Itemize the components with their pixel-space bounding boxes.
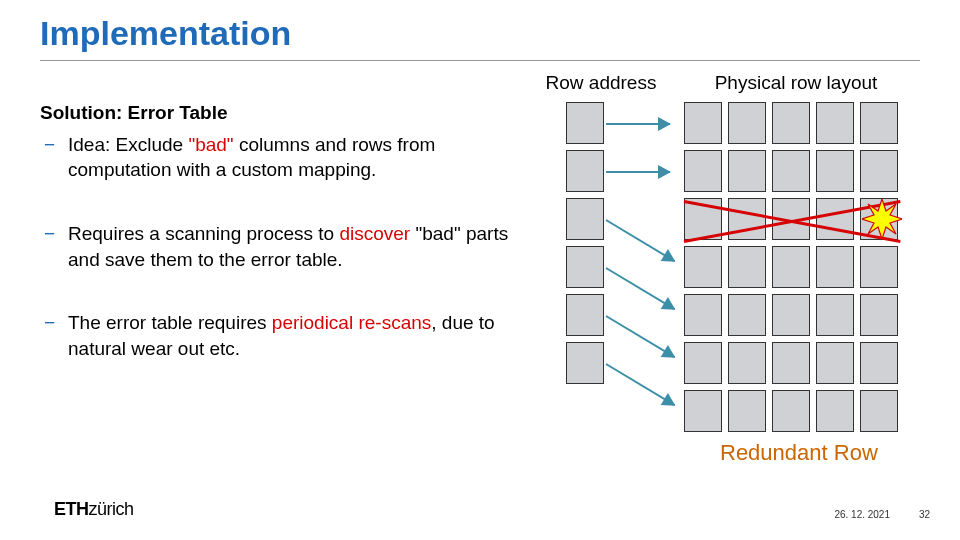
figure-grids [536, 102, 946, 432]
layout-cell [684, 150, 722, 192]
layout-cell [772, 102, 810, 144]
layout-cell [772, 150, 810, 192]
addr-cell [566, 246, 604, 288]
burst-icon [862, 199, 902, 239]
layout-cell [816, 390, 854, 432]
layout-cell [728, 102, 766, 144]
figure: Row address Physical row layout [536, 72, 946, 432]
layout-cell [772, 342, 810, 384]
addr-cell [566, 342, 604, 384]
layout-cell [684, 390, 722, 432]
layout-cell [684, 294, 722, 336]
addr-cell [566, 102, 604, 144]
bullet-2: Requires a scanning process to discover … [40, 221, 510, 272]
mapping-arrow [605, 315, 675, 358]
layout-cell [860, 246, 898, 288]
bullet-1-highlight: "bad" [188, 134, 233, 155]
mapping-arrow [606, 171, 670, 173]
bullet-3: The error table requires periodical re-s… [40, 310, 510, 361]
body-text: Solution: Error Table Idea: Exclude "bad… [40, 100, 510, 399]
layout-cell [860, 102, 898, 144]
layout-cell [860, 150, 898, 192]
section-heading: Solution: Error Table [40, 100, 510, 126]
label-physical-layout: Physical row layout [666, 72, 926, 94]
layout-cell [816, 150, 854, 192]
layout-cell [816, 102, 854, 144]
slide: Implementation Solution: Error Table Ide… [0, 0, 960, 540]
mapping-arrow [605, 363, 675, 406]
layout-cell [860, 390, 898, 432]
footer-page-number: 32 [919, 509, 930, 520]
eth-logo: ETHzürich [54, 499, 134, 520]
layout-cell [728, 390, 766, 432]
bullet-1: Idea: Exclude "bad" columns and rows fro… [40, 132, 510, 183]
layout-cell [816, 198, 854, 240]
footer-date: 26. 12. 2021 [834, 509, 890, 520]
layout-cell [728, 294, 766, 336]
layout-cell [728, 246, 766, 288]
layout-cell [860, 294, 898, 336]
physical-layout-grid [684, 102, 898, 432]
mapping-arrow [606, 123, 670, 125]
label-row-address: Row address [536, 72, 666, 94]
mapping-arrow [605, 267, 675, 310]
addr-cell [566, 294, 604, 336]
title-divider [40, 60, 920, 61]
redundant-row-label: Redundant Row [720, 440, 878, 466]
svg-marker-0 [862, 199, 902, 239]
layout-cell [728, 150, 766, 192]
row-address-column [566, 102, 604, 432]
layout-cell [772, 390, 810, 432]
layout-cell [684, 342, 722, 384]
layout-cell [684, 102, 722, 144]
bullet-2-highlight: discover [339, 223, 410, 244]
mapping-arrow [605, 219, 675, 262]
layout-cell [772, 294, 810, 336]
layout-cell [684, 246, 722, 288]
layout-cell [816, 294, 854, 336]
layout-cell [860, 342, 898, 384]
slide-title: Implementation [40, 14, 291, 53]
bullet-3-highlight: periodical re-scans [272, 312, 431, 333]
layout-cell [772, 246, 810, 288]
addr-cell [566, 150, 604, 192]
layout-cell [816, 342, 854, 384]
figure-labels: Row address Physical row layout [536, 72, 946, 94]
layout-cell [816, 246, 854, 288]
layout-cell [728, 342, 766, 384]
addr-cell [566, 198, 604, 240]
